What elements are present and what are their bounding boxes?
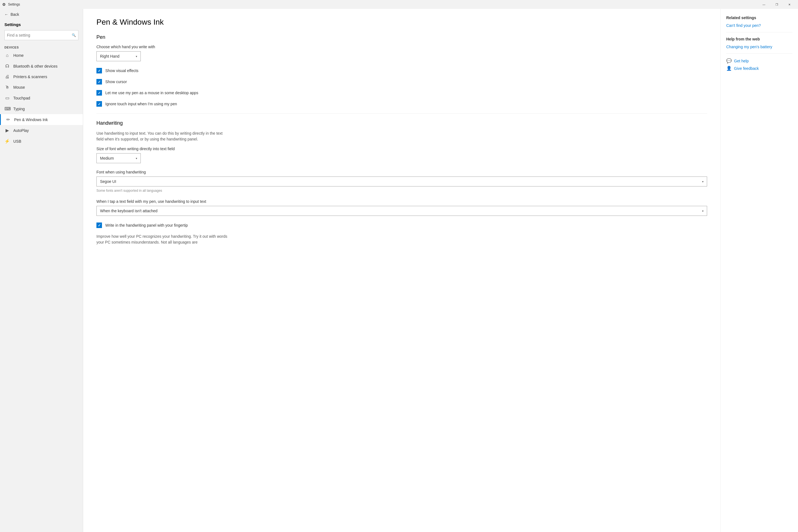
right-panel: Related settings Can't find your pen? He… <box>720 9 798 532</box>
minimize-button[interactable]: — <box>758 0 770 9</box>
search-icon: 🔍 <box>72 33 76 37</box>
hand-dropdown-value: Right Hand <box>100 54 119 58</box>
sidebar-item-label: Bluetooth & other devices <box>13 64 58 69</box>
changing-battery-link[interactable]: Changing my pen's battery <box>726 44 793 49</box>
fingertip-label: Write in the handwriting panel with your… <box>105 223 188 227</box>
search-input[interactable] <box>7 33 72 37</box>
font-size-dropdown[interactable]: Medium ▾ <box>96 153 141 163</box>
fingertip-row: ✓ Write in the handwriting panel with yo… <box>96 223 707 228</box>
tap-dropdown[interactable]: When the keyboard isn't attached ▾ <box>96 206 707 216</box>
ignore-touch-row: ✓ Ignore touch input when I'm using my p… <box>96 101 707 107</box>
tap-subsection: When I tap a text field with my pen, use… <box>96 199 707 216</box>
back-button[interactable]: ← Back <box>0 9 83 20</box>
main-content: Pen & Windows Ink Pen Choose which hand … <box>83 9 720 532</box>
search-box: 🔍 <box>4 30 78 40</box>
related-settings-title: Related settings <box>726 16 793 20</box>
hand-dropdown[interactable]: Right Hand ▾ <box>96 51 141 61</box>
pen-icon: ✏ <box>5 117 11 122</box>
choose-hand-subsection: Choose which hand you write with Right H… <box>96 44 707 61</box>
sidebar-item-pen[interactable]: ✏ Pen & Windows Ink <box>0 114 83 125</box>
touchpad-icon: ▭ <box>4 95 10 100</box>
sidebar-item-usb[interactable]: ⚡ USB <box>0 136 83 147</box>
sidebar-item-label: Pen & Windows Ink <box>14 117 48 122</box>
font-dropdown[interactable]: Segoe UI ▾ <box>96 176 707 187</box>
hand-dropdown-arrow: ▾ <box>136 55 137 58</box>
check-icon: ✓ <box>98 223 101 227</box>
give-feedback-link[interactable]: Give feedback <box>734 66 759 71</box>
give-feedback-item: 👤 Give feedback <box>726 66 793 71</box>
sidebar-item-typing[interactable]: ⌨ Typing <box>0 103 83 114</box>
handwriting-description: Use handwriting to input text. You can d… <box>96 131 229 142</box>
get-help-link[interactable]: Get help <box>734 59 749 63</box>
right-divider-1 <box>726 32 793 33</box>
sidebar-item-printers[interactable]: 🖨 Printers & scanners <box>0 72 83 82</box>
tap-value: When the keyboard isn't attached <box>100 209 157 213</box>
pen-as-mouse-label: Let me use my pen as a mouse in some des… <box>105 91 198 95</box>
divider-1 <box>96 113 707 114</box>
handwriting-section-title: Handwriting <box>96 120 707 126</box>
pen-as-mouse-checkbox[interactable]: ✓ <box>96 90 102 96</box>
sidebar-item-label: Printers & scanners <box>13 75 47 79</box>
help-from-web-title: Help from the web <box>726 37 793 41</box>
font-size-value: Medium <box>100 156 114 160</box>
printer-icon: 🖨 <box>4 74 10 79</box>
home-icon: ⌂ <box>4 53 10 58</box>
app-body: ← Back Settings 🔍 Devices ⌂ Home ☊ Bluet… <box>0 9 798 532</box>
show-cursor-checkbox[interactable]: ✓ <box>96 79 102 84</box>
fingertip-checkbox[interactable]: ✓ <box>96 223 102 228</box>
get-help-icon: 💬 <box>726 58 732 63</box>
back-label: Back <box>11 12 19 17</box>
maximize-button[interactable]: ❐ <box>770 0 783 9</box>
pen-section-title: Pen <box>96 34 707 40</box>
ignore-touch-label: Ignore touch input when I'm using my pen <box>105 102 177 106</box>
bluetooth-icon: ☊ <box>4 63 10 69</box>
titlebar: ⚙ Settings — ❐ ✕ <box>0 0 798 9</box>
sidebar-item-mouse[interactable]: 🖱 Mouse <box>0 82 83 93</box>
tap-dropdown-arrow: ▾ <box>702 209 704 212</box>
mouse-icon: 🖱 <box>4 85 10 90</box>
font-when-label: Font when using handwriting <box>96 170 707 174</box>
font-size-dropdown-arrow: ▾ <box>136 157 137 160</box>
improve-text: Improve how well your PC recognizes your… <box>96 233 229 245</box>
sidebar-item-label: Typing <box>13 107 25 111</box>
check-icon: ✓ <box>98 91 101 95</box>
font-size-label: Size of font when writing directly into … <box>96 147 707 151</box>
sidebar-item-autoplay[interactable]: ▶ AutoPlay <box>0 125 83 136</box>
tap-label: When I tap a text field with my pen, use… <box>96 199 707 204</box>
sidebar-item-touchpad[interactable]: ▭ Touchpad <box>0 93 83 103</box>
show-visual-effects-label: Show visual effects <box>105 69 138 73</box>
check-icon: ✓ <box>98 69 101 73</box>
font-size-subsection: Size of font when writing directly into … <box>96 147 707 163</box>
settings-icon: ⚙ <box>2 2 6 7</box>
autoplay-icon: ▶ <box>4 128 10 133</box>
font-subsection: Font when using handwriting Segoe UI ▾ S… <box>96 170 707 193</box>
font-note: Some fonts aren't supported in all langu… <box>96 189 707 193</box>
sidebar: ← Back Settings 🔍 Devices ⌂ Home ☊ Bluet… <box>0 9 83 532</box>
ignore-touch-checkbox[interactable]: ✓ <box>96 101 102 107</box>
show-cursor-row: ✓ Show cursor <box>96 79 707 84</box>
titlebar-controls: — ❐ ✕ <box>758 0 796 9</box>
show-cursor-label: Show cursor <box>105 79 127 84</box>
sidebar-item-label: Mouse <box>13 85 25 90</box>
sidebar-item-label: Touchpad <box>13 96 30 100</box>
show-visual-effects-row: ✓ Show visual effects <box>96 68 707 73</box>
choose-hand-label: Choose which hand you write with <box>96 44 707 49</box>
font-value: Segoe UI <box>100 179 116 184</box>
pen-as-mouse-row: ✓ Let me use my pen as a mouse in some d… <box>96 90 707 96</box>
font-dropdown-arrow: ▾ <box>702 180 704 183</box>
sidebar-item-label: Home <box>13 53 23 58</box>
check-icon: ✓ <box>98 80 101 84</box>
sidebar-item-bluetooth[interactable]: ☊ Bluetooth & other devices <box>0 61 83 72</box>
typing-icon: ⌨ <box>4 106 10 111</box>
cant-find-pen-link[interactable]: Can't find your pen? <box>726 23 793 28</box>
get-help-item: 💬 Get help <box>726 58 793 63</box>
give-feedback-icon: 👤 <box>726 66 732 71</box>
sidebar-item-label: USB <box>13 139 21 144</box>
sidebar-item-home[interactable]: ⌂ Home <box>0 50 83 61</box>
show-visual-effects-checkbox[interactable]: ✓ <box>96 68 102 73</box>
page-title: Pen & Windows Ink <box>96 18 707 26</box>
back-icon: ← <box>4 12 8 17</box>
close-button[interactable]: ✕ <box>783 0 796 9</box>
check-icon: ✓ <box>98 102 101 106</box>
sidebar-title: Settings <box>0 20 83 30</box>
